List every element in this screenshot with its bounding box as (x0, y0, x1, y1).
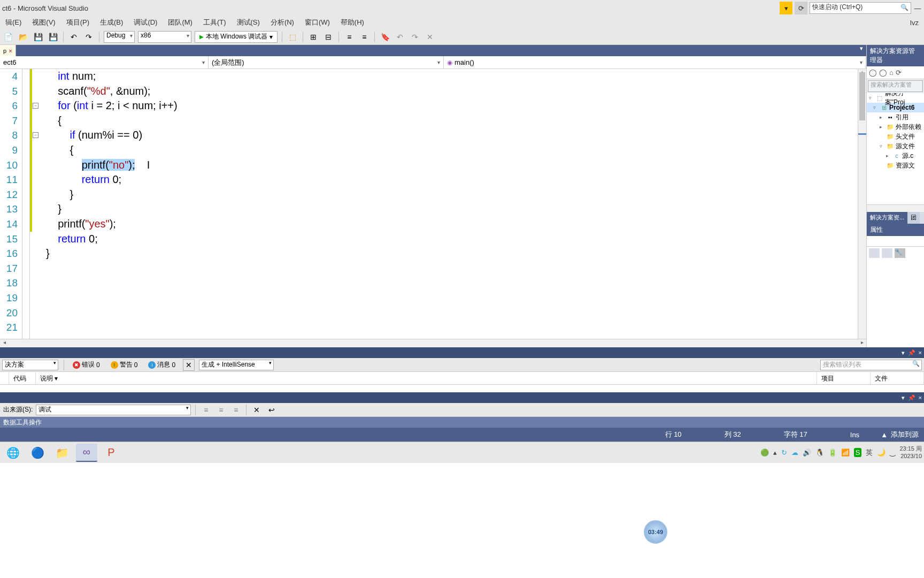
code-editor[interactable]: int num; scanf("%d", &num); for (int i =… (40, 69, 866, 339)
col-file[interactable]: 文件 (871, 372, 924, 384)
col-project[interactable]: 项目 (817, 372, 871, 384)
scope-project-dropdown[interactable]: ect6 (0, 56, 209, 69)
menu-view[interactable]: 视图(V) (29, 17, 58, 28)
moon-icon[interactable]: 🌙 (877, 448, 886, 457)
undo-icon[interactable]: ↶ (68, 31, 80, 43)
tab-solution-explorer[interactable]: 解决方案资... (867, 212, 907, 224)
tray-wifi-icon[interactable]: 📶 (841, 448, 850, 457)
tree-scrollbar[interactable] (867, 204, 924, 212)
redo-icon[interactable]: ↷ (83, 31, 95, 43)
save-all-icon[interactable]: 💾 (47, 31, 59, 43)
tray-volume-icon[interactable]: 🔊 (803, 448, 811, 457)
panel-dropdown-icon[interactable]: ▾ (902, 349, 905, 356)
menu-test[interactable]: 测试(S) (234, 17, 263, 28)
tab-team[interactable]: 团 (907, 212, 920, 224)
tray-battery-icon[interactable]: 🔋 (828, 448, 837, 457)
fold-toggle-icon[interactable]: − (33, 103, 38, 109)
error-search-input[interactable]: 搜索错误列表 (820, 360, 922, 370)
out-icon-1[interactable]: ≡ (200, 404, 212, 416)
output-source-dropdown[interactable]: 调试 (36, 405, 191, 415)
col-description[interactable]: 说明 ▾ (36, 372, 817, 384)
ime-label[interactable]: 英 (866, 448, 873, 458)
menu-analyze[interactable]: 分析(N) (267, 17, 297, 28)
menu-help[interactable]: 帮助(H) (337, 17, 367, 28)
platform-dropdown[interactable]: x86 (138, 31, 191, 43)
status-add-label[interactable]: 添加到源 (891, 430, 919, 439)
tray-cloud-icon[interactable]: ☁ (791, 448, 798, 457)
indent-left-icon[interactable]: ≡ (343, 31, 355, 43)
clear-filter-icon[interactable]: ✕ (183, 359, 195, 371)
breakpoint-margin[interactable] (22, 69, 30, 339)
menu-debug[interactable]: 调试(D) (130, 17, 160, 28)
document-tab[interactable]: p × (0, 45, 16, 56)
out-wrap-icon[interactable]: ↩ (266, 404, 278, 416)
nav-prev-icon[interactable]: ↶ (394, 31, 406, 43)
panel-pin-icon[interactable]: 📌 (908, 394, 915, 401)
powerpoint-icon[interactable]: P (101, 444, 122, 462)
quick-launch-input[interactable]: 快速启动 (Ctrl+Q) (810, 2, 911, 14)
fold-toggle-icon[interactable]: − (33, 132, 38, 138)
prop-wrench-icon[interactable]: 🔧 (895, 248, 905, 258)
tray-up-icon[interactable]: ▴ (773, 448, 777, 457)
tray-sync-icon[interactable]: ↻ (781, 448, 787, 457)
messages-filter[interactable]: i消息 0 (145, 359, 179, 370)
scope-global-dropdown[interactable]: (全局范围) (209, 56, 444, 69)
menu-edit[interactable]: 辑(E) (2, 17, 25, 28)
solution-search-input[interactable]: 搜索解决方案管 (868, 80, 923, 92)
menu-project[interactable]: 项目(P) (63, 17, 93, 28)
new-icon[interactable]: 📄 (2, 31, 14, 43)
tool-icon-3[interactable]: ⊟ (322, 31, 334, 43)
scope-function-dropdown[interactable]: ◉main() (444, 56, 866, 69)
tray-icon[interactable]: 🟢 (760, 448, 769, 457)
menu-tools[interactable]: 工具(T) (200, 17, 229, 28)
out-clear-icon[interactable]: ✕ (251, 404, 263, 416)
feedback-icon[interactable]: ⟳ (795, 2, 807, 14)
error-scope-dropdown[interactable]: 决方案 (2, 360, 58, 370)
errors-filter[interactable]: ✖错误 0 (70, 359, 103, 370)
nav-fwd-icon[interactable]: ◯ (879, 69, 887, 77)
panel-dropdown-icon[interactable]: ▾ (902, 394, 905, 401)
tool-icon-2[interactable]: ⊞ (307, 31, 319, 43)
horizontal-scrollbar[interactable]: ◂▸ (0, 339, 866, 347)
minimize-button[interactable]: — (913, 4, 922, 12)
vertical-scrollbar[interactable]: ▴ (858, 69, 866, 339)
data-tools-tab[interactable]: 数据工具操作 (0, 417, 924, 428)
col-code[interactable]: 代码 (9, 372, 36, 384)
save-icon[interactable]: 💾 (32, 31, 44, 43)
menu-build[interactable]: 生成(B) (97, 17, 126, 28)
open-icon[interactable]: 📂 (17, 31, 29, 43)
home-icon[interactable]: ⌂ (889, 69, 894, 77)
nav-next-icon[interactable]: ↷ (409, 31, 421, 43)
panel-close-icon[interactable]: × (919, 394, 922, 401)
out-icon-2[interactable]: ≡ (215, 404, 227, 416)
solution-tree[interactable]: ▿⬚解决方案"Proj ▿⊞Project6 ▸▪▪引用 ▸📁外部依赖 📁头文件… (867, 93, 924, 204)
explorer-icon[interactable]: 📁 (51, 444, 73, 462)
build-filter-dropdown[interactable]: 生成 + IntelliSense (199, 360, 274, 370)
tab-overflow-icon[interactable]: ▾ (860, 45, 866, 56)
tray-extra-icon[interactable]: ‿ (890, 448, 895, 457)
indent-right-icon[interactable]: ≡ (358, 31, 370, 43)
chrome-icon[interactable]: 🔵 (27, 444, 48, 462)
nav-clear-icon[interactable]: ✕ (424, 31, 436, 43)
bookmark-icon[interactable]: 🔖 (379, 31, 391, 43)
start-debug-button[interactable]: 本地 Windows 调试器 ▾ (195, 31, 278, 43)
close-tab-icon[interactable]: × (9, 48, 12, 54)
refresh-icon[interactable]: ⟳ (896, 69, 902, 77)
tray-penguin-icon[interactable]: 🐧 (815, 448, 824, 457)
prop-category-icon[interactable] (869, 248, 880, 258)
add-to-source-icon[interactable]: ▲ (881, 431, 888, 439)
taskbar-clock[interactable]: 23:15 周 2023/10 (899, 445, 922, 459)
tool-icon-1[interactable]: ⬚ (287, 31, 298, 43)
edge-icon[interactable]: 🌐 (2, 444, 24, 462)
vs-icon[interactable]: ∞ (76, 444, 97, 462)
panel-pin-icon[interactable]: 📌 (908, 349, 915, 356)
user-label[interactable]: lvz (907, 18, 922, 28)
menu-team[interactable]: 团队(M) (165, 17, 196, 28)
out-icon-3[interactable]: ≡ (230, 404, 242, 416)
warnings-filter[interactable]: !警告 0 (107, 359, 141, 370)
notifications-icon[interactable]: ▾ (780, 2, 792, 14)
menu-window[interactable]: 窗口(W) (302, 17, 333, 28)
ime-icon[interactable]: S (854, 448, 862, 457)
config-dropdown[interactable]: Debug (104, 31, 135, 43)
panel-close-icon[interactable]: × (919, 349, 922, 356)
